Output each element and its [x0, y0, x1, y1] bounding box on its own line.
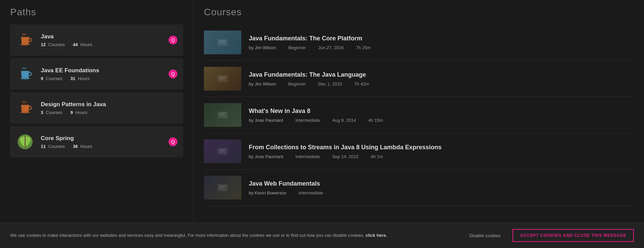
course-title-java-fundamentals-core: Java Fundamentals: The Core Platform	[249, 35, 634, 42]
bookmark-icon-java-ee[interactable]: Q	[168, 69, 178, 79]
svg-rect-24	[219, 152, 225, 153]
path-hours-design-patterns: 9 Hours	[70, 110, 87, 115]
svg-rect-12	[219, 43, 225, 44]
accept-cookies-button[interactable]: ACCEPT COOKIES AND CLOSE THIS MESSAGE	[512, 229, 634, 242]
course-item-whats-new-java8[interactable]: What's New in Java 8 by Jose Paumard Int…	[204, 97, 634, 133]
course-info-collections-streams-lambda: From Collections to Streams in Java 8 Us…	[249, 144, 634, 159]
path-item-java[interactable]: Java 12 Courses 44 Hours Q	[10, 24, 183, 56]
bookmark-icon-java[interactable]: Q	[168, 35, 178, 45]
courses-panel: Courses Java Fundamentals: The Core Plat…	[194, 0, 644, 224]
course-thumbnail-whats-new-java8	[204, 103, 241, 127]
course-item-java-web-fundamentals[interactable]: Java Web Fundamentals by Kevin Bowersox …	[204, 170, 634, 206]
course-item-java-fundamentals-lang[interactable]: Java Fundamentals: The Java Language by …	[204, 61, 634, 97]
course-item-collections-streams-lambda[interactable]: From Collections to Streams in Java 8 Us…	[204, 133, 634, 170]
course-duration-whats-new-java8: 4h 15m	[368, 118, 383, 123]
path-info-java: Java 12 Courses 44 Hours	[41, 33, 168, 47]
course-meta-java-fundamentals-lang: by Jim Wilson Beginner Dec 1, 2015 7h 42…	[249, 81, 634, 87]
course-title-whats-new-java8: What's New in Java 8	[249, 107, 634, 115]
path-item-design-patterns[interactable]: Design Patterns in Java 3 Courses 9 Hour…	[10, 92, 183, 123]
course-thumbnail-collections-streams-lambda	[204, 139, 241, 163]
paths-list: Java 12 Courses 44 Hours Q	[10, 24, 183, 157]
course-title-java-web-fundamentals: Java Web Fundamentals	[249, 180, 634, 188]
bookmark-icon-core-spring[interactable]: Q	[168, 137, 178, 147]
svg-text:Q: Q	[171, 139, 175, 145]
courses-title: Courses	[204, 7, 634, 18]
path-courses-java-ee: 9 Courses	[41, 76, 62, 81]
path-meta-java: 12 Courses 44 Hours	[41, 42, 168, 47]
course-info-java-fundamentals-lang: Java Fundamentals: The Java Language by …	[249, 71, 634, 87]
svg-point-0	[20, 43, 30, 45]
path-info-design-patterns: Design Patterns in Java 3 Courses 9 Hour…	[41, 101, 178, 115]
svg-rect-28	[219, 188, 225, 189]
path-meta-java-ee: 9 Courses 31 Hours	[41, 76, 168, 81]
course-item-java-fundamentals-core[interactable]: Java Fundamentals: The Core Platform by …	[204, 24, 634, 61]
course-author-collections-streams-lambda: by Jose Paumard	[249, 154, 283, 159]
course-meta-java-fundamentals-core: by Jim Wilson Beginner Jun 27, 2016 7h 2…	[249, 45, 634, 50]
cookie-text: We use cookies to make interactions with…	[10, 232, 457, 239]
course-meta-java-web-fundamentals: by Kevin Bowersox Intermediate	[249, 190, 634, 195]
course-level-whats-new-java8: Intermediate	[295, 118, 320, 123]
svg-rect-26	[219, 186, 226, 186]
svg-rect-27	[219, 187, 225, 188]
path-meta-core-spring: 11 Courses 36 Hours	[41, 144, 168, 149]
course-duration-java-fundamentals-lang: 7h 42m	[354, 81, 369, 87]
course-info-whats-new-java8: What's New in Java 8 by Jose Paumard Int…	[249, 107, 634, 123]
course-info-java-web-fundamentals: Java Web Fundamentals by Kevin Bowersox …	[249, 180, 634, 195]
path-icon-java-ee	[16, 64, 35, 83]
courses-list: Java Fundamentals: The Core Platform by …	[204, 24, 634, 206]
course-date-java-fundamentals-core: Jun 27, 2016	[318, 45, 344, 50]
course-thumbnail-java-web-fundamentals	[204, 176, 241, 199]
paths-title: Paths	[10, 7, 183, 18]
path-hours-java: 44 Hours	[73, 42, 92, 47]
path-courses-design-patterns: 3 Courses	[41, 110, 62, 115]
path-icon-core-spring	[16, 132, 35, 151]
disable-cookies-button[interactable]: Disable cookies	[464, 230, 506, 241]
path-hours-core-spring: 36 Hours	[73, 144, 92, 149]
course-date-java-fundamentals-lang: Dec 1, 2015	[318, 81, 342, 87]
course-date-collections-streams-lambda: Sep 14, 2015	[332, 154, 358, 159]
cookie-banner: We use cookies to make interactions with…	[0, 223, 644, 248]
svg-text:Q: Q	[171, 71, 175, 77]
svg-rect-23	[219, 151, 225, 151]
path-hours-java-ee: 31 Hours	[70, 76, 90, 81]
path-info-java-ee: Java EE Foundations 9 Courses 31 Hours	[41, 67, 168, 81]
path-name-design-patterns: Design Patterns in Java	[41, 101, 178, 108]
svg-rect-16	[219, 79, 225, 80]
svg-rect-18	[219, 113, 226, 114]
cookie-text-before: We use cookies to make interactions with…	[10, 233, 364, 238]
course-meta-whats-new-java8: by Jose Paumard Intermediate Aug 8, 2014…	[249, 118, 634, 123]
course-info-java-fundamentals-core: Java Fundamentals: The Core Platform by …	[249, 35, 634, 50]
svg-rect-11	[219, 42, 225, 42]
path-info-core-spring: Core Spring 11 Courses 36 Hours	[41, 135, 168, 149]
course-level-java-fundamentals-core: Beginner	[288, 45, 306, 50]
path-item-java-ee[interactable]: Java EE Foundations 9 Courses 31 Hours Q	[10, 58, 183, 90]
main-layout: Paths Java 12 Courses 44	[0, 0, 644, 224]
path-name-java: Java	[41, 33, 168, 40]
course-thumbnail-java-fundamentals-core	[204, 31, 241, 54]
svg-point-6	[20, 111, 30, 113]
svg-point-3	[20, 77, 30, 79]
svg-rect-10	[219, 40, 226, 41]
svg-rect-14	[219, 77, 226, 77]
svg-rect-15	[219, 78, 225, 79]
svg-rect-19	[219, 114, 225, 115]
svg-rect-20	[219, 116, 225, 116]
path-courses-java: 12 Courses	[41, 42, 65, 47]
course-level-collections-streams-lambda: Intermediate	[295, 154, 320, 159]
cookie-link[interactable]: click here.	[365, 233, 387, 238]
path-name-core-spring: Core Spring	[41, 135, 168, 142]
svg-text:Q: Q	[171, 37, 175, 43]
course-author-whats-new-java8: by Jose Paumard	[249, 118, 283, 123]
paths-panel: Paths Java 12 Courses 44	[0, 0, 194, 224]
course-title-java-fundamentals-lang: Java Fundamentals: The Java Language	[249, 71, 634, 79]
path-icon-design-patterns	[16, 98, 35, 117]
course-author-java-fundamentals-core: by Jim Wilson	[249, 45, 276, 50]
path-icon-java	[16, 31, 35, 50]
path-name-java-ee: Java EE Foundations	[41, 67, 168, 74]
path-courses-core-spring: 11 Courses	[41, 144, 65, 149]
course-level-java-web-fundamentals: Intermediate	[299, 190, 323, 195]
course-title-collections-streams-lambda: From Collections to Streams in Java 8 Us…	[249, 144, 634, 151]
path-item-core-spring[interactable]: Core Spring 11 Courses 36 Hours Q	[10, 126, 183, 157]
course-level-java-fundamentals-lang: Beginner	[288, 81, 306, 87]
course-duration-java-fundamentals-core: 7h 25m	[356, 45, 370, 50]
